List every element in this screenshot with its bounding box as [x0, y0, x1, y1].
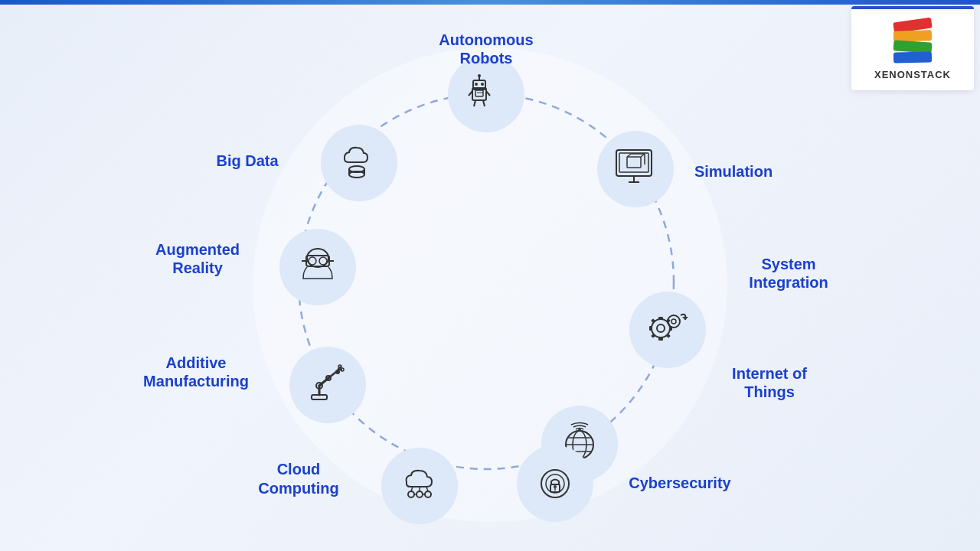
diagram-svg: Autonomous Robots Simulation System Inte…	[0, 0, 980, 551]
svg-rect-25	[649, 326, 652, 331]
svg-point-2	[475, 83, 478, 86]
svg-text:Manufacturing: Manufacturing	[143, 373, 249, 390]
node-bg-system-integration	[629, 292, 706, 368]
node-bg-additive	[289, 347, 366, 423]
svg-text:Robots: Robots	[460, 50, 513, 67]
label-big-data: Big Data	[216, 152, 279, 169]
svg-point-43	[554, 485, 557, 488]
svg-text:Computing: Computing	[258, 480, 339, 497]
svg-text:Reality: Reality	[172, 259, 223, 276]
label-autonomous-robots: Autonomous	[439, 31, 533, 48]
svg-text:Integration: Integration	[749, 274, 828, 291]
label-cloud-computing: Cloud	[277, 461, 321, 478]
label-additive: Additive	[166, 354, 227, 371]
label-system-integration: System	[761, 256, 815, 272]
cybersecurity-icon	[541, 470, 569, 497]
svg-point-3	[481, 83, 484, 86]
svg-point-5	[478, 74, 481, 77]
label-iot: Internet of	[732, 365, 807, 382]
svg-rect-24	[658, 337, 663, 341]
svg-rect-23	[658, 317, 663, 320]
svg-point-39	[578, 429, 581, 432]
svg-text:Things: Things	[744, 383, 795, 400]
label-augmented: Augmented	[155, 241, 240, 258]
label-cybersecurity: Cybersecurity	[629, 474, 731, 491]
label-simulation: Simulation	[694, 163, 773, 180]
node-bg-simulation	[597, 131, 674, 207]
